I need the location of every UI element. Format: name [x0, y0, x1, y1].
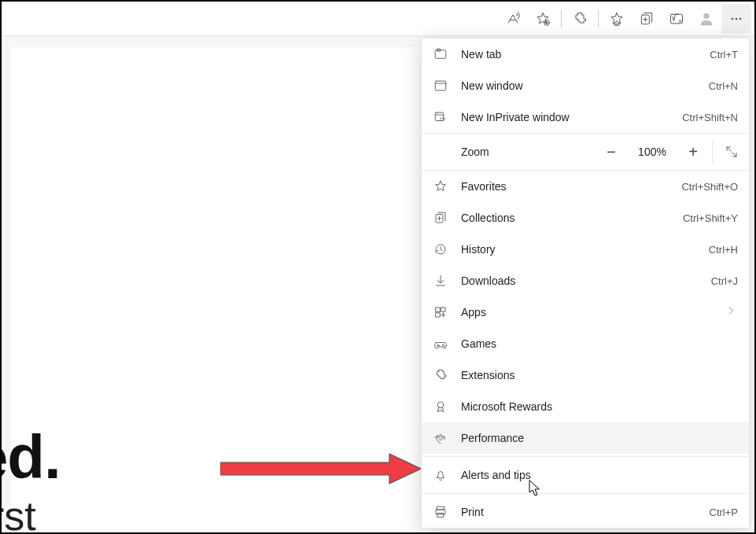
new-window-icon — [433, 78, 448, 94]
menu-label: History — [461, 243, 709, 256]
svg-rect-19 — [436, 510, 445, 514]
menu-shortcut: Ctrl+J — [711, 275, 738, 287]
menu-label: Collections — [461, 212, 683, 224]
collections-icon — [433, 210, 448, 226]
menu-label: New InPrivate window — [461, 111, 682, 123]
menu-label: Favorites — [461, 180, 681, 193]
menu-zoom-row: Zoom − 100% + — [422, 133, 749, 171]
menu-label: New tab — [461, 48, 710, 61]
svg-rect-12 — [436, 308, 440, 311]
svg-point-17 — [437, 402, 444, 408]
zoom-value: 100% — [629, 145, 676, 158]
svg-point-4 — [732, 17, 734, 20]
menu-shortcut: Ctrl+T — [710, 49, 738, 61]
zoom-in-button[interactable]: + — [676, 134, 710, 169]
page-heading-fragment: ted. — [0, 422, 61, 493]
menu-item-new-window[interactable]: New window Ctrl+N — [422, 70, 749, 101]
rewards-icon — [433, 399, 448, 414]
performance-icon — [433, 430, 448, 446]
svg-point-5 — [736, 17, 738, 20]
browser-toolbar — [2, 2, 754, 36]
toolbar-right-icons — [498, 2, 751, 35]
extensions-icon[interactable] — [565, 4, 595, 34]
menu-shortcut: Ctrl+Shift+N — [682, 112, 738, 123]
favorites-star-icon — [433, 179, 448, 194]
favorites-icon[interactable] — [602, 4, 632, 34]
menu-label: Extensions — [461, 369, 738, 381]
menu-item-collections[interactable]: Collections Ctrl+Shift+Y — [422, 202, 749, 234]
read-aloud-icon[interactable] — [498, 4, 528, 34]
profile-icon[interactable] — [691, 4, 721, 34]
menu-item-downloads[interactable]: Downloads Ctrl+J — [422, 265, 749, 296]
math-solver-icon[interactable] — [662, 4, 691, 34]
svg-rect-14 — [436, 313, 440, 317]
menu-item-new-inprivate[interactable]: New InPrivate window Ctrl+Shift+N — [422, 101, 749, 133]
svg-rect-10 — [435, 112, 444, 121]
add-favorite-icon[interactable] — [528, 4, 558, 34]
menu-label: Apps — [461, 306, 725, 319]
menu-shortcut: Ctrl+N — [709, 80, 738, 92]
svg-rect-18 — [437, 506, 444, 510]
more-menu-button[interactable] — [721, 4, 751, 34]
menu-item-performance[interactable]: Performance — [422, 422, 749, 454]
fullscreen-button[interactable] — [714, 134, 749, 169]
history-icon — [433, 241, 448, 257]
extensions-puzzle-icon — [433, 367, 448, 383]
games-icon — [433, 336, 448, 352]
apps-icon — [433, 304, 448, 320]
menu-separator — [422, 456, 749, 457]
svg-point-6 — [739, 17, 742, 20]
menu-shortcut: Ctrl+P — [710, 506, 738, 518]
menu-item-history[interactable]: History Ctrl+H — [422, 234, 749, 265]
chevron-right-icon — [725, 305, 738, 319]
new-tab-icon — [433, 46, 448, 62]
menu-shortcut: Ctrl+Shift+O — [681, 181, 738, 193]
menu-shortcut: Ctrl+H — [709, 244, 738, 256]
collections-icon[interactable] — [632, 4, 662, 34]
menu-item-new-tab[interactable]: New tab Ctrl+T — [422, 39, 749, 70]
menu-item-apps[interactable]: Apps — [422, 296, 749, 328]
page-subheading-fragment: first — [0, 492, 36, 534]
menu-item-alerts[interactable]: Alerts and tips — [422, 459, 749, 491]
zoom-out-button[interactable]: − — [594, 134, 629, 169]
menu-label: Print — [461, 506, 710, 518]
toolbar-separator — [561, 10, 562, 28]
svg-point-16 — [444, 345, 444, 346]
print-icon — [433, 504, 448, 520]
svg-rect-9 — [435, 81, 446, 90]
menu-label: Performance — [461, 432, 738, 444]
downloads-icon — [433, 273, 448, 289]
svg-rect-20 — [437, 514, 444, 517]
menu-item-favorites[interactable]: Favorites Ctrl+Shift+O — [422, 171, 749, 202]
settings-and-more-menu: New tab Ctrl+T New window Ctrl+N New InP… — [421, 38, 750, 528]
menu-item-games[interactable]: Games — [422, 328, 749, 359]
menu-label: Downloads — [461, 274, 711, 287]
bell-icon — [433, 467, 448, 483]
menu-label: Alerts and tips — [461, 469, 738, 481]
zoom-label: Zoom — [422, 145, 594, 158]
menu-label: Microsoft Rewards — [461, 400, 738, 413]
menu-item-extensions[interactable]: Extensions — [422, 359, 749, 391]
menu-item-rewards[interactable]: Microsoft Rewards — [422, 391, 749, 422]
toolbar-separator — [598, 10, 599, 28]
menu-item-print[interactable]: Print Ctrl+P — [422, 496, 749, 528]
svg-point-3 — [703, 13, 709, 18]
menu-label: New window — [461, 79, 709, 92]
svg-point-15 — [442, 344, 443, 345]
svg-rect-13 — [441, 308, 445, 311]
zoom-separator — [712, 140, 713, 164]
inprivate-icon — [433, 109, 448, 125]
menu-label: Games — [461, 337, 738, 350]
menu-separator — [422, 493, 749, 494]
menu-shortcut: Ctrl+Shift+Y — [683, 212, 738, 224]
